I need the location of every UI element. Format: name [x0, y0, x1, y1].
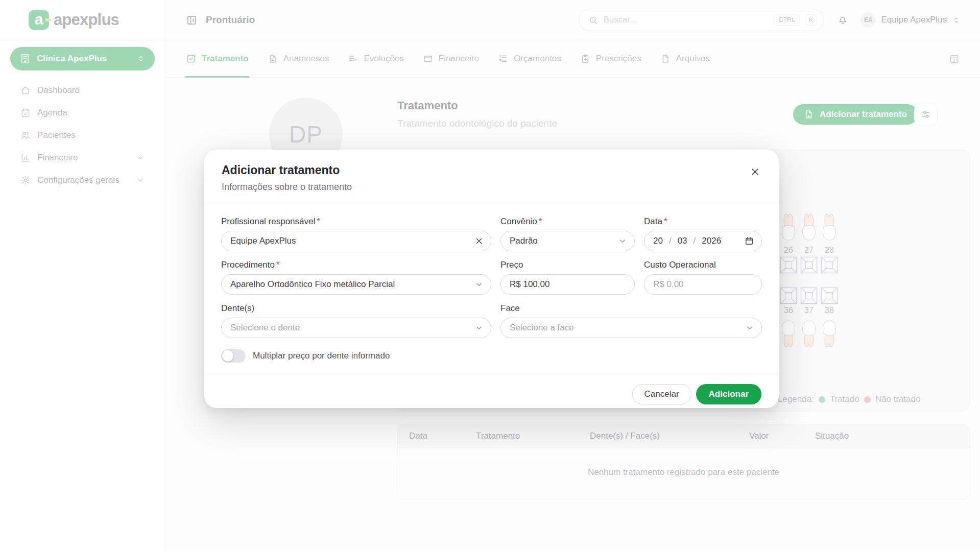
modal-subtitle: Informações sobre o tratamento [222, 182, 761, 193]
multiply-price-toggle[interactable] [221, 349, 246, 363]
date-month[interactable]: 03 [678, 236, 687, 246]
cost-label: Custo Operacional [644, 260, 762, 270]
chevron-down-icon [618, 236, 627, 246]
date-label: Data* [644, 217, 762, 227]
procedure-select[interactable]: Aparelho Ortodôntico Fixo metálico Parci… [221, 274, 491, 295]
procedure-label: Procedimento* [221, 260, 491, 270]
chevron-down-icon [474, 280, 484, 289]
chevron-down-icon [474, 323, 484, 332]
chevron-down-icon [745, 323, 754, 332]
insurance-select[interactable]: Padrão [500, 231, 635, 251]
close-icon[interactable] [750, 166, 760, 177]
teeth-select[interactable]: Selecione o dente [221, 318, 491, 338]
add-treatment-modal: Adicionar tratamento Informações sobre o… [204, 150, 779, 408]
professional-label: Profissional responsável* [221, 217, 491, 227]
clear-x-icon[interactable] [474, 236, 484, 246]
calendar-icon[interactable] [744, 236, 754, 246]
teeth-label: Dente(s) [221, 303, 491, 314]
date-day[interactable]: 20 [653, 236, 663, 246]
face-label: Face [500, 303, 762, 314]
insurance-label: Convênio* [500, 217, 635, 227]
price-input[interactable]: R$ 100,00 [500, 274, 635, 295]
professional-input[interactable]: Equipe ApexPlus [221, 231, 491, 251]
multiply-price-toggle-label: Multiplar preço por dente informado [253, 351, 390, 361]
price-label: Preço [500, 260, 635, 270]
modal-title: Adicionar tratamento [222, 163, 761, 177]
date-input[interactable]: 20 / 03 / 2026 [644, 231, 762, 251]
date-year[interactable]: 2026 [702, 236, 721, 246]
app-root: a apexplus Clínica ApexPlus Dashboard Ag… [0, 0, 980, 551]
operational-cost-input[interactable]: R$ 0,00 [644, 274, 762, 295]
submit-button[interactable]: Adicionar [696, 384, 761, 404]
cancel-button[interactable]: Cancelar [632, 384, 691, 404]
face-select[interactable]: Selecione a face [500, 318, 762, 338]
